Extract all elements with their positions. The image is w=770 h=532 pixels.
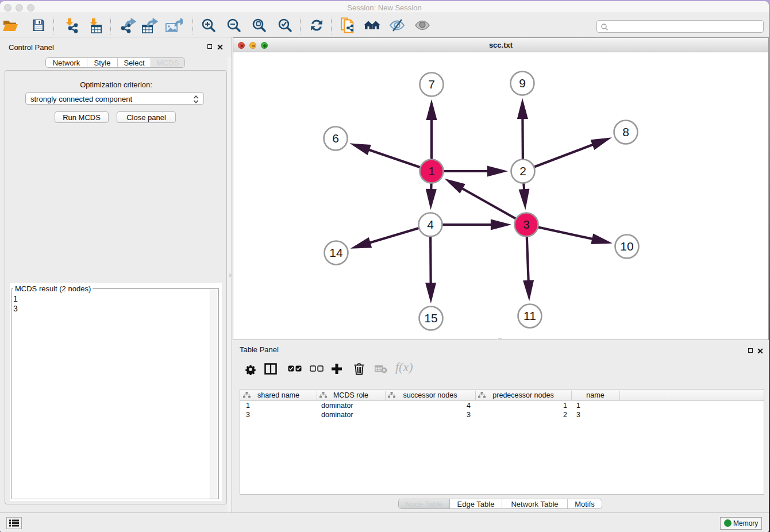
- svg-text:8: 8: [622, 125, 629, 138]
- svg-text:14: 14: [329, 246, 343, 259]
- svg-text:3: 3: [523, 218, 530, 231]
- svg-text:15: 15: [424, 311, 437, 325]
- svg-text:6: 6: [332, 132, 339, 145]
- svg-text:2: 2: [519, 164, 526, 178]
- svg-text:7: 7: [428, 78, 435, 91]
- svg-text:4: 4: [427, 218, 434, 231]
- svg-text:11: 11: [523, 309, 536, 322]
- svg-text:9: 9: [519, 76, 526, 90]
- svg-text:10: 10: [620, 240, 633, 253]
- svg-text:1: 1: [428, 164, 435, 178]
